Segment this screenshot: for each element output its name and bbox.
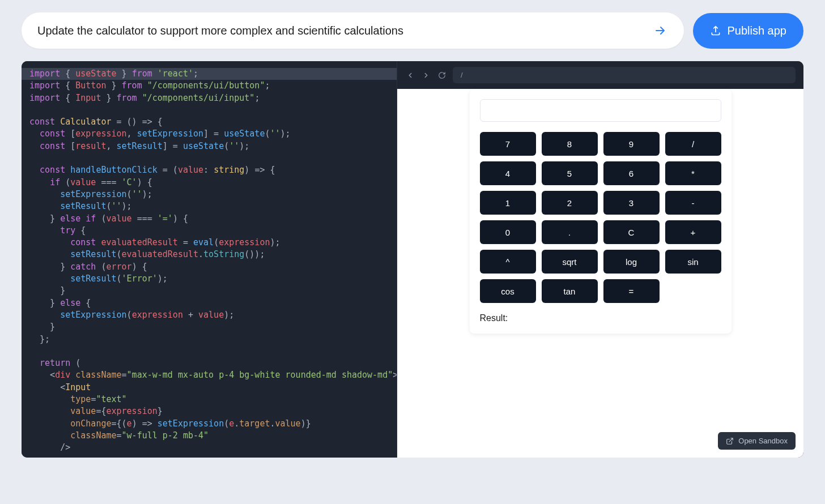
code-line: const Calculator = () => {	[22, 116, 397, 128]
code-line: <div className="max-w-md mx-auto p-4 bg-…	[22, 369, 397, 381]
calc-button-5[interactable]: 5	[542, 161, 598, 185]
preview-content: 789/456*123-0.C+^sqrtlogsincostan= Resul…	[397, 89, 803, 458]
chevron-left-icon	[406, 71, 414, 79]
calc-button-*[interactable]: *	[665, 161, 721, 185]
calc-button-6[interactable]: 6	[603, 161, 660, 185]
code-line: value={expression}	[22, 405, 397, 417]
calc-button-sin[interactable]: sin	[665, 250, 721, 274]
calc-button-+[interactable]: +	[665, 220, 721, 244]
calc-button-sqrt[interactable]: sqrt	[542, 250, 598, 274]
code-line: const [expression, setExpression] = useS…	[22, 128, 397, 140]
code-line: } else {	[22, 297, 397, 309]
calc-button-.[interactable]: .	[542, 220, 598, 244]
code-line: return (	[22, 357, 397, 369]
calc-button-4[interactable]: 4	[480, 161, 536, 185]
open-sandbox-button[interactable]: Open Sandbox	[718, 432, 796, 450]
url-bar[interactable]: /	[453, 67, 796, 83]
calc-button--[interactable]: -	[665, 191, 721, 215]
arrow-right-icon	[653, 24, 667, 37]
code-line: setExpression('');	[22, 189, 397, 200]
calc-display-input[interactable]	[480, 99, 721, 122]
code-line: />	[22, 442, 397, 454]
code-line: if (value === 'C') {	[22, 177, 397, 189]
code-line: setExpression(expression + value);	[22, 309, 397, 321]
calc-button-^[interactable]: ^	[480, 250, 536, 274]
code-line: try {	[22, 225, 397, 237]
code-line: className="w-full p-2 mb-4"	[22, 430, 397, 442]
calculator-app: 789/456*123-0.C+^sqrtlogsincostan= Resul…	[470, 89, 732, 334]
code-line: const evaluatedResult = eval(expression)…	[22, 237, 397, 249]
calc-button-tan[interactable]: tan	[542, 279, 598, 303]
calc-button-cos[interactable]: cos	[480, 279, 536, 303]
publish-button[interactable]: Publish app	[693, 13, 803, 49]
result-label: Result:	[480, 313, 721, 323]
open-sandbox-label: Open Sandbox	[738, 437, 788, 445]
refresh-icon	[438, 71, 446, 79]
code-line	[22, 104, 397, 116]
calc-button-/[interactable]: /	[665, 132, 721, 156]
code-line: import { useState } from 'react';	[22, 68, 397, 80]
code-line: } else if (value === '=') {	[22, 213, 397, 225]
calc-button-log[interactable]: log	[603, 250, 660, 274]
nav-refresh-button[interactable]	[437, 70, 447, 80]
code-line: type="text"	[22, 394, 397, 405]
calc-button-=[interactable]: =	[603, 279, 660, 303]
calc-button-2[interactable]: 2	[542, 191, 598, 215]
code-line: <Input	[22, 382, 397, 394]
code-line: onChange={(e) => setExpression(e.target.…	[22, 418, 397, 430]
top-bar: Publish app	[0, 0, 825, 61]
code-line: import { Button } from "/components/ui/b…	[22, 80, 397, 92]
submit-arrow-button[interactable]	[652, 23, 668, 39]
calc-button-C[interactable]: C	[603, 220, 660, 244]
calc-button-3[interactable]: 3	[603, 191, 660, 215]
code-line: }	[22, 321, 397, 333]
code-editor-panel[interactable]: import { useState } from 'react';import …	[22, 61, 397, 458]
code-line: };	[22, 334, 397, 345]
code-line: const [result, setResult] = useState('')…	[22, 140, 397, 152]
code-line: const handleButtonClick = (value: string…	[22, 164, 397, 176]
calc-button-0[interactable]: 0	[480, 220, 536, 244]
preview-toolbar: /	[397, 61, 803, 89]
calc-button-grid: 789/456*123-0.C+^sqrtlogsincostan=	[480, 132, 721, 303]
calc-button-7[interactable]: 7	[480, 132, 536, 156]
chevron-right-icon	[422, 71, 430, 79]
upload-icon	[710, 25, 721, 36]
publish-label: Publish app	[727, 24, 786, 37]
code-line: }	[22, 285, 397, 297]
code-line: setResult('Error');	[22, 273, 397, 285]
prompt-input-wrapper	[22, 12, 684, 49]
code-line	[22, 345, 397, 357]
code-line: setResult(evaluatedResult.toString());	[22, 249, 397, 260]
prompt-input[interactable]	[37, 24, 652, 37]
code-line: } catch (error) {	[22, 261, 397, 273]
nav-back-button[interactable]	[405, 70, 415, 80]
code-line: setResult('');	[22, 200, 397, 212]
preview-panel: / 789/456*123-0.C+^sqrtlogsincostan= Res…	[397, 61, 803, 458]
code-line: import { Input } from "/components/ui/in…	[22, 92, 397, 104]
code-content: import { useState } from 'react';import …	[22, 61, 397, 458]
external-link-icon	[726, 437, 734, 445]
calc-button-9[interactable]: 9	[603, 132, 660, 156]
calc-button-8[interactable]: 8	[542, 132, 598, 156]
code-line	[22, 152, 397, 164]
nav-forward-button[interactable]	[421, 70, 431, 80]
workspace: import { useState } from 'react';import …	[22, 61, 803, 458]
calc-button-1[interactable]: 1	[480, 191, 536, 215]
